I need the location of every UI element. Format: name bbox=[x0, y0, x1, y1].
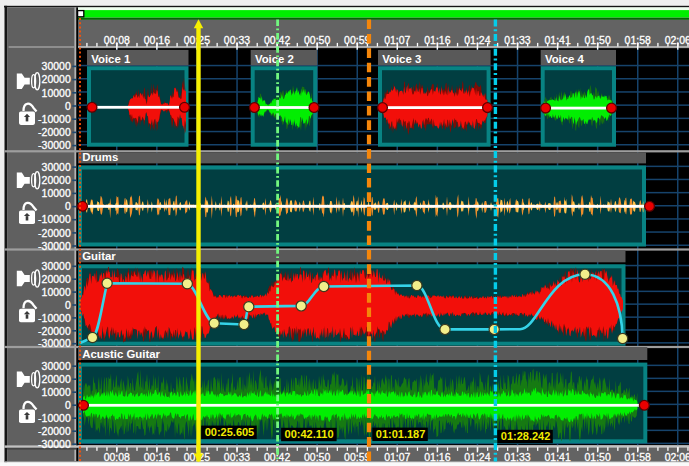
svg-text:20000: 20000 bbox=[42, 174, 71, 186]
svg-text:10000: 10000 bbox=[42, 87, 71, 99]
svg-text:-20000: -20000 bbox=[38, 425, 71, 437]
svg-text:01:07: 01:07 bbox=[384, 451, 410, 463]
svg-text:Drums: Drums bbox=[82, 151, 118, 163]
svg-text:-10000: -10000 bbox=[38, 213, 71, 225]
svg-text:30000: 30000 bbox=[42, 161, 71, 173]
svg-text:01:07: 01:07 bbox=[384, 34, 410, 46]
svg-text:02:06: 02:06 bbox=[665, 451, 689, 463]
svg-text:01:33: 01:33 bbox=[504, 451, 530, 463]
svg-text:01:58: 01:58 bbox=[625, 34, 651, 46]
svg-text:-10000: -10000 bbox=[38, 412, 71, 424]
svg-text:01:24: 01:24 bbox=[464, 451, 490, 463]
svg-text:Voice 3: Voice 3 bbox=[382, 53, 421, 65]
svg-text:0: 0 bbox=[65, 399, 71, 411]
svg-text:30000: 30000 bbox=[42, 260, 71, 272]
svg-text:-20000: -20000 bbox=[38, 227, 71, 239]
svg-text:01:01.187: 01:01.187 bbox=[376, 428, 426, 440]
svg-text:Guitar: Guitar bbox=[82, 250, 116, 262]
svg-text:20000: 20000 bbox=[42, 73, 71, 85]
svg-text:-30000: -30000 bbox=[38, 240, 71, 252]
svg-text:01:50: 01:50 bbox=[584, 34, 610, 46]
svg-text:20000: 20000 bbox=[42, 273, 71, 285]
svg-text:01:24: 01:24 bbox=[464, 34, 490, 46]
svg-text:-30000: -30000 bbox=[38, 337, 71, 349]
svg-text:30000: 30000 bbox=[42, 60, 71, 72]
svg-text:00:33: 00:33 bbox=[224, 34, 250, 46]
svg-text:00:08: 00:08 bbox=[104, 451, 130, 463]
svg-text:-10000: -10000 bbox=[38, 113, 71, 125]
svg-text:01:50: 01:50 bbox=[584, 451, 610, 463]
svg-text:00:16: 00:16 bbox=[144, 34, 170, 46]
svg-text:00:16: 00:16 bbox=[144, 451, 170, 463]
svg-text:-30000: -30000 bbox=[38, 139, 71, 151]
svg-text:01:33: 01:33 bbox=[504, 34, 530, 46]
svg-text:Voice 4: Voice 4 bbox=[545, 53, 585, 65]
svg-text:Voice 2: Voice 2 bbox=[255, 53, 294, 65]
svg-text:00:50: 00:50 bbox=[304, 451, 330, 463]
svg-text:Voice 1: Voice 1 bbox=[91, 53, 131, 65]
svg-text:00:08: 00:08 bbox=[104, 34, 130, 46]
svg-text:01:16: 01:16 bbox=[424, 451, 450, 463]
svg-text:00:25.605: 00:25.605 bbox=[205, 426, 255, 438]
svg-text:0: 0 bbox=[65, 200, 71, 212]
svg-text:00:42.110: 00:42.110 bbox=[285, 428, 334, 440]
svg-text:-30000: -30000 bbox=[38, 438, 71, 450]
svg-text:10000: 10000 bbox=[42, 286, 71, 298]
svg-text:00:59: 00:59 bbox=[344, 451, 370, 463]
svg-text:02:06: 02:06 bbox=[665, 34, 689, 46]
svg-text:00:50: 00:50 bbox=[304, 34, 330, 46]
svg-text:-10000: -10000 bbox=[38, 312, 71, 324]
svg-text:01:28.242: 01:28.242 bbox=[501, 430, 551, 442]
svg-text:01:16: 01:16 bbox=[424, 34, 450, 46]
svg-text:00:33: 00:33 bbox=[224, 451, 250, 463]
svg-text:01:41: 01:41 bbox=[544, 451, 570, 463]
svg-text:10000: 10000 bbox=[42, 187, 71, 199]
svg-text:0: 0 bbox=[65, 100, 71, 112]
svg-text:0: 0 bbox=[65, 299, 71, 311]
svg-text:-20000: -20000 bbox=[38, 325, 71, 337]
svg-text:00:59: 00:59 bbox=[344, 34, 370, 46]
svg-text:30000: 30000 bbox=[42, 360, 71, 372]
svg-text:-20000: -20000 bbox=[38, 126, 71, 138]
svg-text:01:41: 01:41 bbox=[544, 34, 570, 46]
svg-text:01:58: 01:58 bbox=[625, 451, 651, 463]
svg-text:10000: 10000 bbox=[42, 386, 71, 398]
svg-text:Acustic Guitar: Acustic Guitar bbox=[82, 348, 160, 360]
svg-text:20000: 20000 bbox=[42, 373, 71, 385]
